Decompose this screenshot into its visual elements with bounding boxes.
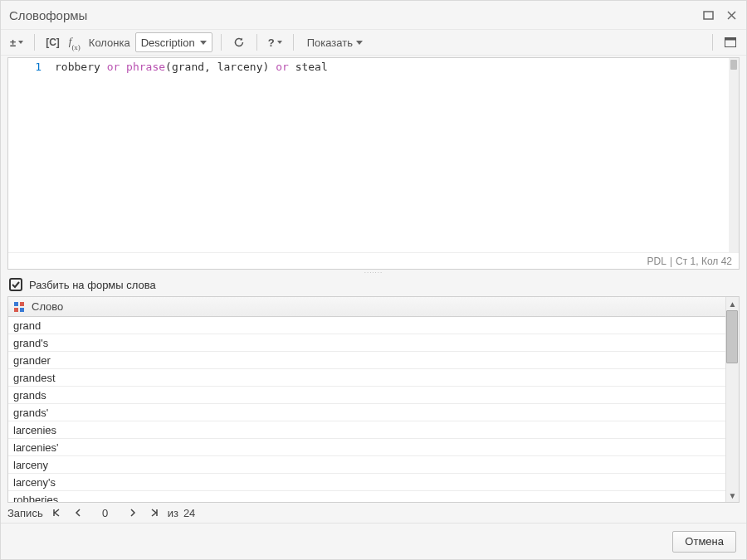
table-row[interactable]: grander <box>8 352 739 369</box>
table-row[interactable]: larceny's <box>8 474 739 491</box>
separator <box>221 34 222 51</box>
svg-rect-6 <box>20 302 24 306</box>
table-row[interactable]: grands <box>8 387 739 404</box>
close-icon[interactable] <box>725 8 738 22</box>
record-total: 24 <box>183 507 195 519</box>
svg-rect-8 <box>20 308 24 312</box>
editor-body[interactable]: 1 robbery or phrase(grand, larceny) or s… <box>8 58 739 252</box>
grid-rows: grandgrand'sgrandergrandestgrandsgrands'… <box>8 317 739 502</box>
fx-icon: f(x) <box>69 35 81 50</box>
help-button[interactable]: ? <box>266 33 285 51</box>
line-gutter: 1 <box>8 58 50 252</box>
editor-sep: | <box>670 256 672 267</box>
code-token: steal <box>295 61 328 73</box>
column-select-value: Description <box>141 37 195 49</box>
plusminus-button[interactable]: ± <box>7 33 26 51</box>
scroll-up-icon[interactable]: ▲ <box>726 297 740 310</box>
separator <box>34 34 35 51</box>
grid-header[interactable]: Слово <box>8 297 739 317</box>
separator <box>256 34 257 51</box>
code-keyword: or <box>107 61 120 73</box>
record-label: Запись <box>7 507 43 519</box>
grid-header-label: Слово <box>32 300 63 313</box>
svg-rect-4 <box>725 38 736 41</box>
code-keyword: or <box>276 61 289 73</box>
scrollbar-thumb[interactable] <box>730 60 737 70</box>
split-wordforms-label: Разбить на формы слова <box>29 279 156 291</box>
nav-last-button[interactable] <box>146 504 163 521</box>
cancel-button[interactable]: Отмена <box>672 531 736 553</box>
chevron-down-icon <box>200 41 207 45</box>
editor-scrollbar[interactable] <box>729 58 739 252</box>
brackets-icon: [C] <box>46 37 60 48</box>
code-token: larceny <box>217 61 263 73</box>
code-editor: 1 robbery or phrase(grand, larceny) or s… <box>7 57 740 270</box>
column-label: Колонка <box>87 37 132 49</box>
table-row[interactable]: larceny <box>8 456 739 474</box>
grid-scrollbar[interactable]: ▲ ▼ <box>725 297 739 502</box>
chevron-down-icon <box>277 41 282 44</box>
separator <box>712 34 713 51</box>
editor-lang: PDL <box>647 256 666 267</box>
show-button[interactable]: Показать <box>302 33 368 51</box>
nav-next-button[interactable] <box>124 504 141 521</box>
help-icon: ? <box>268 37 275 49</box>
record-index[interactable]: 0 <box>91 507 120 519</box>
table-row[interactable]: grands' <box>8 404 739 421</box>
svg-rect-0 <box>704 12 713 19</box>
plusminus-icon: ± <box>10 37 16 49</box>
dialog-footer: Отмена <box>1 523 746 559</box>
scrollbar-thumb[interactable] <box>726 310 738 363</box>
code-token: , <box>204 61 217 73</box>
column-select[interactable]: Description <box>135 32 212 52</box>
window-title: Словоформы <box>9 8 691 22</box>
brackets-button[interactable]: [C] <box>43 33 62 51</box>
split-wordforms-checkbox[interactable] <box>9 278 22 291</box>
fx-button[interactable]: f(x) <box>66 33 84 51</box>
code-token: robbery <box>55 61 100 73</box>
table-row[interactable]: grandest <box>8 369 739 387</box>
show-label: Показать <box>307 37 353 49</box>
code-token: ) <box>263 61 270 73</box>
titlebar: Словоформы <box>1 1 746 29</box>
code-function: phrase <box>126 61 165 73</box>
refresh-icon <box>233 37 245 48</box>
grid-header-icon <box>13 301 25 313</box>
of-label: из <box>168 507 178 519</box>
scrollbar-track[interactable] <box>726 310 739 489</box>
chevron-down-icon <box>18 41 23 44</box>
chevron-down-icon <box>356 41 363 45</box>
record-navigator: Запись 0 из 24 <box>1 503 746 523</box>
svg-rect-7 <box>14 308 18 312</box>
cancel-label: Отмена <box>685 535 724 548</box>
code-token: grand <box>172 61 204 73</box>
table-row[interactable]: larcenies' <box>8 439 739 456</box>
maximize-icon[interactable] <box>701 8 715 22</box>
table-row[interactable]: robberies <box>8 491 739 502</box>
panel-icon <box>725 37 736 47</box>
check-icon <box>12 280 20 289</box>
refresh-button[interactable] <box>230 33 248 51</box>
table-row[interactable]: grand's <box>8 334 739 352</box>
toolbar: ± [C] f(x) Колонка Description ? Показат… <box>1 29 746 56</box>
editor-cursor-pos: Ст 1, Кол 42 <box>676 256 732 267</box>
table-row[interactable]: larcenies <box>8 421 739 439</box>
nav-prev-button[interactable] <box>70 504 86 521</box>
wordforms-grid: Слово grandgrand'sgrandergrandestgrandsg… <box>7 296 740 503</box>
line-number: 1 <box>35 61 42 73</box>
wordforms-dialog: Словоформы ± [C] f(x) Колонка Descriptio… <box>0 0 747 560</box>
nav-first-button[interactable] <box>48 504 65 521</box>
code-area[interactable]: robbery or phrase(grand, larceny) or ste… <box>50 58 739 252</box>
scroll-down-icon[interactable]: ▼ <box>726 489 740 502</box>
editor-statusbar: PDL | Ст 1, Кол 42 <box>8 252 739 269</box>
table-row[interactable]: grand <box>8 317 739 334</box>
code-token: ( <box>165 61 172 73</box>
svg-rect-5 <box>14 302 18 306</box>
panel-toggle-button[interactable] <box>721 33 740 51</box>
separator <box>293 34 294 51</box>
split-wordforms-option: Разбить на формы слова <box>1 275 746 296</box>
